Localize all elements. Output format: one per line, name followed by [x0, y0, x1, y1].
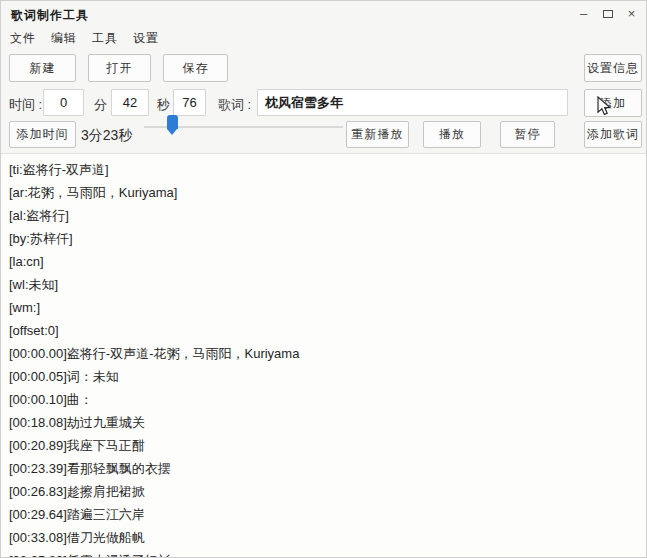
- lyrics-textarea[interactable]: [ti:盗将行-双声道][ar:花粥，马雨阳，Kuriyama][al:盗将行]…: [1, 154, 647, 558]
- lyric-line: [la:cn]: [9, 250, 640, 273]
- menu-edit[interactable]: 编辑: [48, 28, 80, 49]
- seconds-input[interactable]: [111, 89, 149, 116]
- menu-settings[interactable]: 设置: [130, 28, 162, 49]
- slider-thumb-tip: [167, 129, 177, 135]
- play-button[interactable]: 播放: [423, 121, 481, 148]
- lyric-line: [00:00.05]词：未知: [9, 365, 640, 388]
- slider-thumb-body: [167, 115, 178, 129]
- lyric-line: [00:00.10]曲：: [9, 388, 640, 411]
- new-button[interactable]: 新建: [9, 54, 76, 82]
- time-label: 时间 :: [9, 96, 42, 114]
- lyric-line: [wm:]: [9, 296, 640, 319]
- lyric-line: [00:20.89]我座下马正酣: [9, 434, 640, 457]
- duration-text: 3分23秒: [81, 127, 132, 145]
- add-lyrics-button[interactable]: 添加歌词: [584, 121, 642, 148]
- close-button[interactable]: ×: [623, 5, 640, 22]
- close-icon: ×: [628, 6, 636, 21]
- lyric-line: [00:26.83]趁擦肩把裙掀: [9, 480, 640, 503]
- minimize-icon: –: [580, 6, 587, 21]
- lyric-line: [00:00.00]盗将行-双声道-花粥，马雨阳，Kuriyama: [9, 342, 640, 365]
- playback-slider-thumb[interactable]: [167, 115, 178, 135]
- lyric-line: [ar:花粥，马雨阳，Kuriyama]: [9, 181, 640, 204]
- add-time-button[interactable]: 添加时间: [9, 121, 76, 148]
- lyric-line: [00:18.08]劫过九重城关: [9, 411, 640, 434]
- window-controls: – ×: [575, 5, 640, 22]
- lyric-line: [by:苏梓仟]: [9, 227, 640, 250]
- pause-button[interactable]: 暂停: [500, 121, 555, 148]
- lyric-line: [wl:未知]: [9, 273, 640, 296]
- settings-info-button[interactable]: 设置信息: [584, 54, 642, 82]
- app-window: 歌词制作工具 – × 文件 编辑 工具 设置 新建 打开 保存 设置信息 时间 …: [0, 0, 647, 558]
- minutes-input[interactable]: [43, 89, 84, 116]
- menu-tools[interactable]: 工具: [89, 28, 121, 49]
- lyric-input[interactable]: [257, 89, 568, 116]
- titlebar: 歌词制作工具 – ×: [1, 1, 646, 25]
- replay-button[interactable]: 重新播放: [346, 121, 409, 148]
- maximize-icon: [603, 10, 613, 18]
- lyric-line: [00:35.89]任露水浸透了短衫: [9, 549, 640, 558]
- menu-file[interactable]: 文件: [7, 28, 39, 49]
- seconds-unit-label: 秒: [157, 96, 170, 114]
- save-button[interactable]: 保存: [163, 54, 228, 82]
- lyric-line: [00:33.08]借刀光做船帆: [9, 526, 640, 549]
- window-title: 歌词制作工具: [11, 7, 89, 24]
- minimize-button[interactable]: –: [575, 5, 592, 22]
- add-button[interactable]: 添加: [584, 89, 642, 117]
- lyric-line: [offset:0]: [9, 319, 640, 342]
- menubar: 文件 编辑 工具 设置: [7, 28, 162, 49]
- lyric-line: [00:23.39]看那轻飘飘的衣摆: [9, 457, 640, 480]
- open-button[interactable]: 打开: [88, 54, 151, 82]
- lyric-line: [al:盗将行]: [9, 204, 640, 227]
- minutes-unit-label: 分: [94, 96, 107, 114]
- maximize-button[interactable]: [599, 5, 616, 22]
- lyric-label: 歌词 :: [218, 96, 251, 114]
- lyric-line: [ti:盗将行-双声道]: [9, 158, 640, 181]
- lyric-line: [00:29.64]踏遍三江六岸: [9, 503, 640, 526]
- hundredths-input[interactable]: [173, 89, 206, 116]
